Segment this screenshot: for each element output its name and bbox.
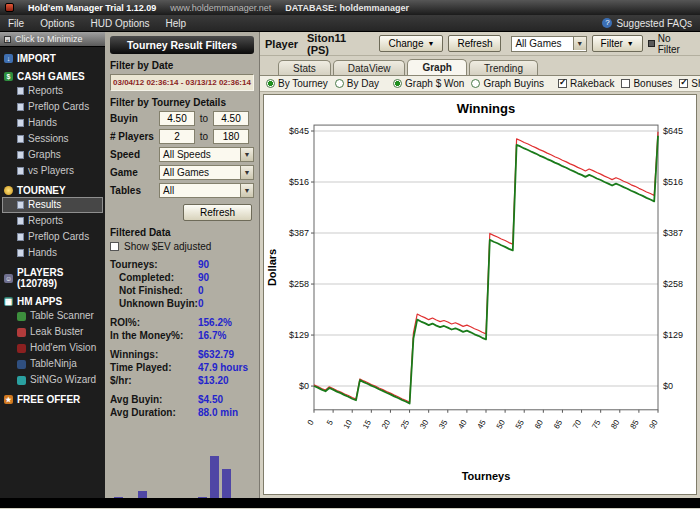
faq-label: Suggested FAQs: [616, 18, 692, 29]
sidebar-item-sessions[interactable]: Sessions: [2, 131, 103, 147]
sidebar-section-cash-games[interactable]: CASH GAMES: [0, 70, 105, 83]
minimize-sidebar-button[interactable]: Click to Minimize: [0, 32, 105, 47]
svg-text:85: 85: [628, 418, 641, 431]
stat-label: In the Money%:: [110, 329, 198, 342]
graph-won-option[interactable]: Graph $ Won: [393, 78, 464, 89]
active-filter-status: No Filter: [648, 33, 695, 55]
graph-buyins-option[interactable]: Graph Buyins: [471, 78, 544, 89]
svg-text:80: 80: [609, 418, 622, 431]
chevron-down-icon: [573, 37, 586, 50]
buyin-from-input[interactable]: [159, 111, 195, 126]
stat-row: Winnings:$632.79: [110, 348, 254, 361]
sidebar-section-import[interactable]: IMPORT: [0, 52, 105, 65]
sidebar-item-cash-reports[interactable]: Reports: [2, 83, 103, 99]
players-icon: [4, 274, 13, 283]
date-range-field[interactable]: 03/04/12 02:36:14 - 03/13/12 02:36:14: [110, 74, 254, 91]
svg-text:20: 20: [380, 418, 393, 431]
sidebar-item-cash-preflop-cards[interactable]: Preflop Cards: [2, 99, 103, 115]
buyin-to-input[interactable]: [213, 111, 249, 126]
document-icon: [17, 201, 24, 209]
graph-won-radio[interactable]: [393, 79, 402, 88]
stat-row: Completed:90: [110, 271, 254, 284]
sidebar-section-hm-apps[interactable]: HM APPS: [0, 295, 105, 308]
stat-value: 88.0 min: [198, 406, 238, 419]
by-tourney-option[interactable]: By Tourney: [266, 78, 328, 89]
graph-buyins-radio[interactable]: [471, 79, 480, 88]
rakeback-option[interactable]: Rakeback: [558, 78, 614, 89]
sidebar-item-table-scanner[interactable]: Table Scanner: [2, 308, 103, 324]
refresh-label: Refresh: [457, 38, 492, 49]
to-label: to: [198, 113, 210, 124]
by-tourney-radio[interactable]: [266, 79, 275, 88]
winnings-chart-svg: $0$0$129$129$258$258$387$387$516$516$645…: [264, 95, 696, 494]
stat-row: ROI%:156.2%: [110, 316, 254, 329]
holdem-vision-icon: [17, 344, 26, 353]
games-select[interactable]: All Games: [511, 36, 586, 52]
players-to-input[interactable]: [213, 129, 249, 144]
svg-text:$0: $0: [299, 381, 309, 391]
finish-distribution-chart: 3.31.14.42.22.22.73.311.18.7 12345678910: [110, 427, 254, 498]
players-from-input[interactable]: [159, 129, 195, 144]
tables-dropdown[interactable]: All: [159, 183, 254, 198]
filter-refresh-button[interactable]: Refresh: [183, 204, 252, 221]
sidebar-section-tourney[interactable]: TOURNEY: [0, 184, 105, 197]
sidebar-item-holdem-vision[interactable]: Hold'em Vision: [2, 340, 103, 356]
tab-graph[interactable]: Graph: [407, 59, 466, 75]
sidebar-item-leak-buster[interactable]: Leak Buster: [2, 324, 103, 340]
svg-text:10: 10: [342, 418, 355, 431]
menu-file[interactable]: File: [0, 17, 32, 30]
section-label: TOURNEY: [17, 185, 66, 196]
svg-text:Tourneys: Tourneys: [462, 470, 511, 482]
sidebar-item-vs-players[interactable]: vs Players: [2, 163, 103, 179]
stat-row: Tourneys:90: [110, 258, 254, 271]
svg-text:35: 35: [437, 418, 450, 431]
menu-help[interactable]: Help: [158, 17, 195, 30]
chevron-down-icon: [240, 166, 253, 179]
filter-button[interactable]: Filter ▼: [592, 35, 643, 52]
by-day-option[interactable]: By Day: [335, 78, 379, 89]
refresh-button[interactable]: Refresh: [448, 35, 501, 52]
sidebar-item-tableninja[interactable]: TableNinja: [2, 356, 103, 372]
section-label: FREE OFFER: [17, 394, 80, 405]
stat-value: $4.50: [198, 393, 223, 406]
svg-text:$387: $387: [289, 228, 309, 238]
change-player-button[interactable]: Change ▼: [379, 35, 443, 52]
speed-dropdown[interactable]: All Speeds: [159, 147, 254, 162]
sidebar-item-tourney-preflop-cards[interactable]: Preflop Cards: [2, 229, 103, 245]
tab-stats[interactable]: Stats: [278, 60, 331, 75]
speed-value: All Speeds: [163, 149, 211, 160]
sidebar-item-sitngo-wizard[interactable]: SitNGo Wizard: [2, 372, 103, 388]
show-luck-checkbox[interactable]: [679, 79, 688, 88]
item-label: Leak Buster: [30, 326, 83, 338]
bonuses-checkbox[interactable]: [621, 79, 630, 88]
player-name: Siton11 (PS): [303, 31, 374, 57]
tab-trending[interactable]: Trending: [469, 60, 538, 75]
rakeback-checkbox[interactable]: [558, 79, 567, 88]
show-ev-label: Show $EV adjusted: [124, 241, 211, 252]
stat-row: $/hr:$13.20: [110, 374, 254, 387]
game-dropdown[interactable]: All Games: [159, 165, 254, 180]
help-icon: [602, 18, 612, 28]
by-day-radio[interactable]: [335, 79, 344, 88]
svg-text:$387: $387: [663, 228, 683, 238]
sidebar-item-tourney-hands[interactable]: Hands: [2, 245, 103, 261]
sidebar-item-cash-hands[interactable]: Hands: [2, 115, 103, 131]
tab-dataview[interactable]: DataView: [333, 60, 406, 75]
show-luck-option[interactable]: Show Luck A: [679, 78, 700, 89]
mini-bar: 4.4: [137, 491, 147, 498]
sidebar-item-results[interactable]: Results: [2, 197, 103, 213]
sidebar-section-free-offer[interactable]: FREE OFFER: [0, 393, 105, 406]
menu-hud-options[interactable]: HUD Options: [83, 17, 158, 30]
trophy-icon: [4, 186, 13, 195]
show-ev-checkbox[interactable]: [110, 242, 119, 251]
minimize-label: Click to Minimize: [15, 34, 83, 44]
svg-text:$645: $645: [663, 126, 683, 136]
bonuses-option[interactable]: Bonuses: [621, 78, 672, 89]
suggested-faqs[interactable]: Suggested FAQs: [602, 18, 700, 29]
filtered-data-heading: Filtered Data: [110, 227, 254, 238]
sidebar-item-graphs[interactable]: Graphs: [2, 147, 103, 163]
menu-bar: File Options HUD Options Help Suggested …: [0, 15, 700, 32]
menu-options[interactable]: Options: [32, 17, 82, 30]
sidebar-section-players[interactable]: PLAYERS (120789): [0, 266, 105, 290]
sidebar-item-tourney-reports[interactable]: Reports: [2, 213, 103, 229]
